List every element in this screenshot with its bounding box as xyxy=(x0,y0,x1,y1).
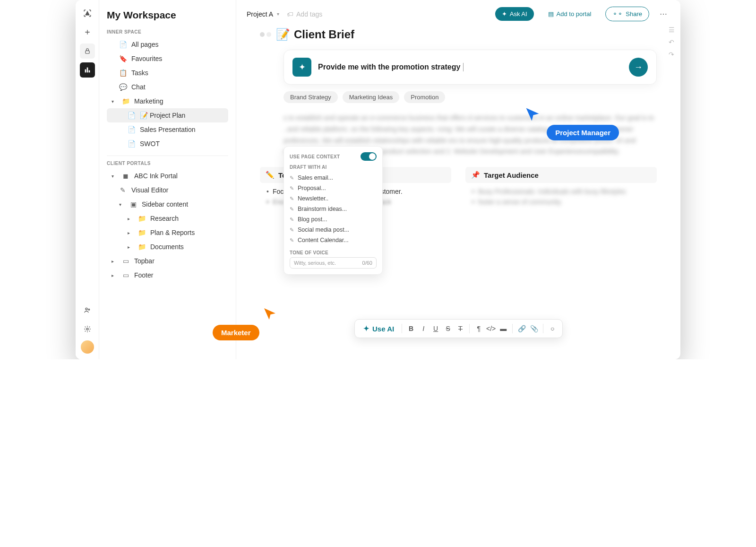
square-icon: ◼ xyxy=(122,172,129,180)
comment-button[interactable]: ○ xyxy=(547,323,558,334)
nav-plan-reports[interactable]: ▸📁Plan & Reports xyxy=(107,226,228,240)
list-icon: 📋 xyxy=(119,69,127,77)
topbar: Project A ▾ 🏷 Add tags ✦ Ask AI ▤ Add to… xyxy=(236,0,680,28)
folder-icon: 📁 xyxy=(122,97,129,105)
section-client-portals: CLIENT PORTALS xyxy=(107,161,228,166)
nav-research[interactable]: ▸📁Research xyxy=(107,211,228,226)
use-ai-button[interactable]: ✦ Use AI xyxy=(360,322,398,335)
nav-project-plan[interactable]: 📄📝 Project Plan xyxy=(107,108,228,122)
draft-label: DRAFT WITH AI xyxy=(290,165,377,170)
nav-topbar[interactable]: ▸▭Topbar xyxy=(107,254,228,268)
nav-footer[interactable]: ▸▭Footer xyxy=(107,268,228,282)
folder-icon: 📁 xyxy=(138,215,146,222)
chart-icon[interactable] xyxy=(80,62,95,78)
target-icon[interactable] xyxy=(80,6,95,21)
nav-chat[interactable]: 💬Chat xyxy=(107,80,228,94)
attach-button[interactable]: 📎 xyxy=(529,323,539,334)
project-selector[interactable]: Project A ▾ xyxy=(247,10,279,18)
suggestion-chips: Brand Strategy Marketing Ideas Promotion xyxy=(284,91,657,103)
draft-proposal[interactable]: ✎Proposal... xyxy=(290,183,377,193)
link-button[interactable]: 🔗 xyxy=(516,323,527,334)
nav-sidebar-content[interactable]: ▾▣Sidebar content xyxy=(107,197,228,211)
context-label: USE PAGE CONTEXT xyxy=(290,154,340,159)
folder-icon: 📁 xyxy=(138,243,146,251)
nav-favourites[interactable]: 🔖Favourites xyxy=(107,52,228,66)
nav-tasks[interactable]: 📋Tasks xyxy=(107,66,228,80)
pencil-icon: ✎ xyxy=(290,217,294,223)
pencil-icon: ✎ xyxy=(290,185,294,191)
lock-icon[interactable] xyxy=(80,43,95,59)
draft-newsletter[interactable]: ✎Newsletter.. xyxy=(290,193,377,204)
nav-visual-editor[interactable]: ✎Visual Editor xyxy=(107,183,228,197)
svg-rect-3 xyxy=(88,70,90,73)
pencil-icon: ✏️ xyxy=(266,171,275,179)
doc-icon: 📄 xyxy=(128,112,135,119)
doc-title-icon: 📝 xyxy=(276,28,290,41)
box-icon: ▭ xyxy=(122,257,129,265)
more-menu[interactable]: ⋯ xyxy=(657,8,670,21)
strike-button[interactable]: S xyxy=(443,323,453,334)
context-toggle[interactable] xyxy=(361,152,377,161)
nav-sales-presentation[interactable]: 📄Sales Presentation xyxy=(107,122,228,137)
nav-all-pages[interactable]: 📄All pages xyxy=(107,37,228,52)
nav-swot[interactable]: 📄SWOT xyxy=(107,137,228,151)
svg-point-6 xyxy=(86,328,88,330)
underline-button[interactable]: U xyxy=(430,323,441,334)
left-rail xyxy=(76,0,99,359)
nav-abc-portal[interactable]: ▾◼ABC Ink Portal xyxy=(107,169,228,183)
chat-icon: 💬 xyxy=(119,83,127,91)
draft-social[interactable]: ✎Social media post... xyxy=(290,225,377,235)
chevron-right-icon: ▸ xyxy=(128,216,133,221)
add-to-portal-button[interactable]: ▤ Add to portal xyxy=(541,7,598,21)
add-icon[interactable] xyxy=(80,25,95,40)
draft-calendar[interactable]: ✎Content Calendar... xyxy=(290,235,377,245)
tone-input[interactable]: Witty, serious, etc. 0/60 xyxy=(290,257,377,269)
col-audience-body: Busy Professionals: Individuals with bus… xyxy=(465,188,657,206)
chevron-down-icon: ▾ xyxy=(277,11,279,17)
ai-prompt-input[interactable]: Provide me with the promotion strategy xyxy=(318,63,622,72)
pencil-icon: ✎ xyxy=(290,206,294,212)
col-audience: 📌 Target Audience Busy Professionals: In… xyxy=(465,167,657,208)
tone-label: TONE OF VOICE xyxy=(290,250,377,255)
bold-button[interactable]: B xyxy=(406,323,416,334)
add-tags[interactable]: 🏷 Add tags xyxy=(287,10,322,18)
ai-options-panel: USE PAGE CONTEXT DRAFT WITH AI ✎Sales em… xyxy=(284,146,383,275)
highlight-button[interactable]: ▬ xyxy=(498,323,508,334)
ai-prompt-card: ✦ Provide me with the promotion strategy… xyxy=(284,50,657,85)
nav-marketing[interactable]: ▾📁Marketing xyxy=(107,94,228,108)
box-icon: ▭ xyxy=(122,271,129,279)
chip-brand-strategy[interactable]: Brand Strategy xyxy=(284,91,338,103)
user-avatar[interactable] xyxy=(81,340,94,354)
svg-rect-2 xyxy=(86,68,88,73)
ai-submit-button[interactable]: → xyxy=(629,58,648,77)
layout-icon: ▣ xyxy=(129,200,137,208)
main-area: Project A ▾ 🏷 Add tags ✦ Ask AI ▤ Add to… xyxy=(236,0,680,359)
settings-icon[interactable] xyxy=(80,321,95,337)
nav-documents[interactable]: ▸📁Documents xyxy=(107,240,228,254)
share-button[interactable]: ⚬⚬ Share xyxy=(605,7,649,21)
svg-point-4 xyxy=(86,308,87,310)
section-inner-space: INNER SPACE xyxy=(107,29,228,35)
chevron-right-icon: ▸ xyxy=(112,259,117,264)
sparkle-icon: ✦ xyxy=(363,324,369,333)
share-icon: ⚬⚬ xyxy=(612,10,623,17)
bookmark-icon: 🔖 xyxy=(119,55,127,62)
ask-ai-button[interactable]: ✦ Ask AI xyxy=(495,7,534,21)
team-icon[interactable] xyxy=(80,303,95,318)
clear-format-button[interactable]: T̶ xyxy=(455,323,465,334)
cursor-pm-icon xyxy=(524,106,541,123)
badge-marketer: Marketer xyxy=(213,325,259,340)
chip-promotion[interactable]: Promotion xyxy=(404,91,445,103)
chevron-right-icon: ▸ xyxy=(128,244,133,250)
pin-icon: 📌 xyxy=(471,171,480,179)
draft-brainstorm[interactable]: ✎Brainstorm ideas... xyxy=(290,204,377,214)
chip-marketing-ideas[interactable]: Marketing Ideas xyxy=(343,91,400,103)
svg-rect-1 xyxy=(85,69,86,73)
code-button[interactable]: </> xyxy=(486,323,496,334)
paragraph-button[interactable]: ¶ xyxy=(473,323,484,334)
cursor-marketer-icon xyxy=(262,306,277,321)
italic-button[interactable]: I xyxy=(418,323,429,334)
draft-blog[interactable]: ✎Blog post... xyxy=(290,214,377,225)
draft-sales-email[interactable]: ✎Sales email... xyxy=(290,173,377,183)
portal-icon: ▤ xyxy=(548,10,554,17)
